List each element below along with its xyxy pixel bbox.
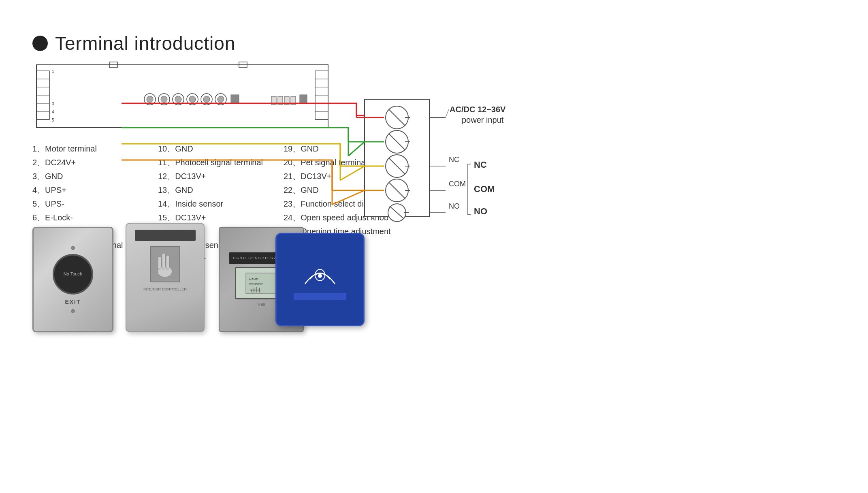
- card-slot: [135, 230, 196, 241]
- svg-line-69: [348, 142, 365, 156]
- card-icon: [150, 246, 180, 282]
- svg-rect-82: [166, 255, 169, 269]
- title-section: Terminal introduction: [32, 32, 235, 54]
- sensor-display: HAND SENSOR: [245, 272, 277, 295]
- wiring-diagram: NC NC COM COM NO NO AC/DC 12~36V power i…: [122, 79, 527, 225]
- svg-rect-83: [158, 256, 161, 269]
- sensor-model-label: V-60: [258, 303, 265, 307]
- svg-text:COM: COM: [449, 180, 466, 188]
- svg-text:NO: NO: [474, 206, 487, 216]
- svg-text:SENSOR: SENSOR: [249, 282, 263, 286]
- touch-panel-bar: [294, 293, 346, 300]
- page-title: Terminal introduction: [55, 32, 235, 54]
- svg-rect-81: [162, 253, 165, 269]
- svg-text:1: 1: [52, 69, 54, 74]
- hand-icon: [154, 249, 176, 280]
- interior-controller-label: INTERIOR CONTROLLER: [141, 287, 189, 291]
- svg-line-70: [340, 166, 365, 180]
- svg-text:COM: COM: [474, 184, 495, 194]
- exit-label: EXIT: [65, 299, 81, 305]
- page-container: Terminal introduction 1 3 4 5: [0, 0, 868, 493]
- svg-text:NO: NO: [449, 202, 460, 210]
- product-blue-touch: [275, 233, 365, 326]
- svg-line-71: [332, 190, 365, 205]
- product-no-touch-exit: No Touch EXIT: [32, 227, 113, 332]
- svg-text:AC/DC 12~36V: AC/DC 12~36V: [450, 105, 506, 114]
- touch-waves-icon: [298, 259, 342, 287]
- svg-text:power input: power input: [462, 115, 504, 124]
- svg-text:NC: NC: [474, 160, 487, 170]
- product-screw-top: [71, 246, 75, 250]
- title-bullet: [32, 36, 48, 51]
- svg-text:NC: NC: [449, 156, 459, 164]
- product-screw-bottom: [71, 309, 75, 313]
- svg-text:4: 4: [52, 110, 54, 114]
- svg-text:3: 3: [52, 102, 54, 106]
- svg-text:HAND: HAND: [249, 277, 258, 281]
- product-card-reader: INTERIOR CONTROLLER: [126, 223, 205, 332]
- svg-text:5: 5: [52, 118, 54, 122]
- svg-point-93: [318, 274, 322, 278]
- exit-button-circle: No Touch: [53, 254, 93, 295]
- no-touch-label: No Touch: [64, 271, 82, 277]
